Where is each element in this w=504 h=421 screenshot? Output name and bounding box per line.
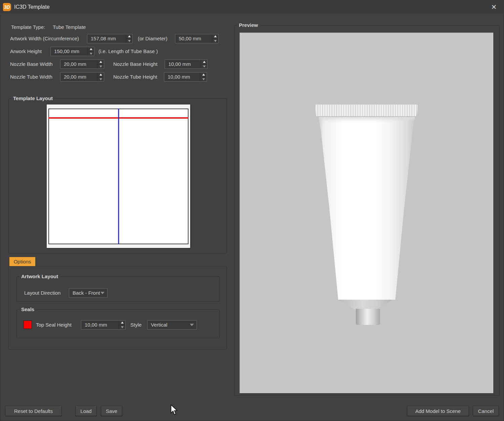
seal-style-dropdown[interactable]: Vertical xyxy=(147,320,197,330)
artwork-height-spinner[interactable] xyxy=(87,47,94,56)
nozzle-base-width-field[interactable]: 20,00 mm xyxy=(60,59,104,69)
nozzle-base-height-label: Nozzle Base Height xyxy=(113,59,158,69)
seal-style-label: Style xyxy=(130,320,141,330)
mouse-cursor-icon xyxy=(171,405,178,416)
preview-title: Preview xyxy=(237,22,260,29)
spin-up-icon[interactable] xyxy=(126,34,132,39)
nozzle-base-height-field[interactable]: 10,00 mm xyxy=(165,59,208,69)
spin-up-icon[interactable] xyxy=(119,321,125,325)
seals-group: Seals Top Seal Height 10,00 mm Style Ver… xyxy=(16,309,220,338)
nozzle-base-height-spinner[interactable] xyxy=(201,60,207,69)
diameter-field[interactable]: 50,00 mm xyxy=(175,34,219,43)
spin-up-icon[interactable] xyxy=(97,60,104,64)
nozzle-tube-width-spinner[interactable] xyxy=(97,73,104,81)
artwork-layout-title: Artwork Layout xyxy=(19,273,60,280)
preview-canvas[interactable] xyxy=(240,33,493,393)
layout-direction-label: Layout Direction xyxy=(24,288,60,298)
artwork-height-field[interactable]: 150,00 mm xyxy=(50,47,94,56)
top-seal-height-spinner[interactable] xyxy=(119,321,125,329)
options-panel: Artwork Layout Layout Direction Back - F… xyxy=(8,266,227,349)
artwork-width-field[interactable]: 157,08 mm xyxy=(87,34,133,43)
artwork-height-note: (i.e. Length of Tube Base ) xyxy=(98,47,158,56)
spin-down-icon[interactable] xyxy=(201,64,207,69)
spin-down-icon[interactable] xyxy=(119,325,125,330)
cancel-button[interactable]: Cancel xyxy=(473,406,499,416)
seal-color-swatch[interactable] xyxy=(24,321,32,329)
artwork-height-label: Arwork Height xyxy=(10,47,42,56)
layout-direction-dropdown[interactable]: Back - Front xyxy=(69,288,108,298)
chevron-down-icon xyxy=(190,324,194,326)
spin-down-icon[interactable] xyxy=(97,64,104,69)
artwork-width-spinner[interactable] xyxy=(126,34,132,43)
preview-group: Preview xyxy=(234,25,500,396)
spin-up-icon[interactable] xyxy=(201,60,207,64)
center-fold-line xyxy=(118,109,119,244)
save-button[interactable]: Save xyxy=(101,406,122,416)
tube-crimp-seal xyxy=(315,104,418,117)
nozzle-tube-width-label: Nozzle Tube Width xyxy=(10,72,52,82)
top-seal-height-label: Top Seal Height xyxy=(36,320,72,330)
template-layout-group: Template Layout xyxy=(8,98,227,254)
spin-down-icon[interactable] xyxy=(212,39,218,43)
ic3d-logo-icon: 3D xyxy=(3,3,11,11)
nozzle-base-width-spinner[interactable] xyxy=(97,60,104,69)
add-model-to-scene-button[interactable]: Add Model to Scene xyxy=(407,406,469,416)
nozzle-base-width-label: Nozzle Base Width xyxy=(10,59,53,69)
spin-up-icon[interactable] xyxy=(212,34,218,39)
reset-to-defaults-button[interactable]: Reset to Defaults xyxy=(5,406,62,416)
template-type-label: Template Type: xyxy=(11,23,45,32)
seals-title: Seals xyxy=(19,306,36,313)
template-type-value: Tube Template xyxy=(53,23,86,32)
nozzle-tube-height-field[interactable]: 10,00 mm xyxy=(164,72,207,82)
diameter-spinner[interactable] xyxy=(212,34,218,43)
nozzle-tube-height-label: Nozzle Tube Height xyxy=(113,72,157,82)
close-icon[interactable]: ✕ xyxy=(488,0,500,14)
spin-up-icon[interactable] xyxy=(200,73,207,77)
ic3d-template-dialog: 3D IC3D Template ✕ Template Type: Tube T… xyxy=(0,0,504,421)
nozzle-tube-height-spinner[interactable] xyxy=(200,73,207,81)
template-artwork-rect xyxy=(48,109,188,244)
artwork-width-label: Artwork Width (Circumference) xyxy=(10,34,79,43)
tab-options[interactable]: Options xyxy=(9,257,35,266)
tube-body xyxy=(318,117,416,300)
spin-down-icon[interactable] xyxy=(97,77,104,82)
window-title: IC3D Template xyxy=(14,0,50,14)
tube-nozzle xyxy=(356,309,380,325)
spin-down-icon[interactable] xyxy=(126,39,132,43)
nozzle-tube-width-field[interactable]: 20,00 mm xyxy=(60,72,104,82)
template-layout-title: Template Layout xyxy=(11,95,54,102)
spin-down-icon[interactable] xyxy=(88,51,94,56)
seal-style-value: Vertical xyxy=(148,321,197,329)
artwork-layout-group: Artwork Layout Layout Direction Back - F… xyxy=(16,277,220,302)
load-button[interactable]: Load xyxy=(75,406,97,416)
titlebar: 3D IC3D Template ✕ xyxy=(0,0,504,14)
top-seal-height-field[interactable]: 10,00 mm xyxy=(81,320,126,330)
spin-up-icon[interactable] xyxy=(97,73,104,77)
template-layout-canvas xyxy=(47,104,190,248)
spin-down-icon[interactable] xyxy=(200,77,207,82)
chevron-down-icon xyxy=(100,292,104,294)
or-diameter-label: (or Diameter) xyxy=(138,34,167,43)
spin-up-icon[interactable] xyxy=(88,47,94,51)
